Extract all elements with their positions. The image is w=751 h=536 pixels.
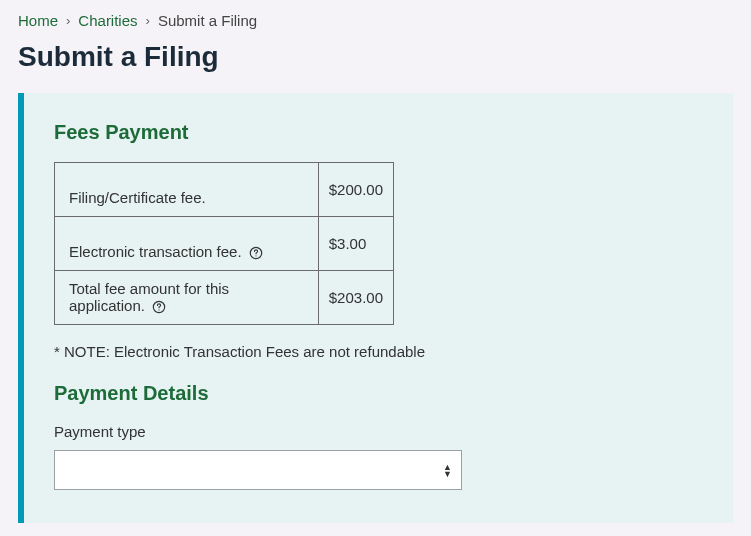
fee-amount: $200.00 (329, 181, 383, 198)
help-icon[interactable] (249, 246, 263, 260)
breadcrumb-home[interactable]: Home (18, 12, 58, 29)
payment-type-field: ▲ ▼ (54, 450, 462, 490)
fees-heading: Fees Payment (54, 121, 703, 144)
svg-point-3 (159, 309, 160, 310)
breadcrumb-current: Submit a Filing (158, 12, 257, 29)
breadcrumb: Home › Charities › Submit a Filing (18, 12, 733, 29)
payment-type-label: Payment type (54, 423, 703, 440)
fee-label: Filing/Certificate fee. (69, 189, 206, 206)
payment-type-select[interactable] (54, 450, 462, 490)
breadcrumb-charities[interactable]: Charities (78, 12, 137, 29)
filing-card: Fees Payment Filing/Certificate fee. $20… (18, 93, 733, 523)
chevron-right-icon: › (146, 13, 150, 28)
fees-table: Filing/Certificate fee. $200.00 Electron… (54, 162, 394, 325)
chevron-right-icon: › (66, 13, 70, 28)
fee-label: Total fee amount for this application. (69, 280, 229, 314)
help-icon[interactable] (152, 300, 166, 314)
svg-point-1 (255, 255, 256, 256)
fee-amount: $203.00 (329, 289, 383, 306)
payment-details-heading: Payment Details (54, 382, 703, 405)
fee-amount: $3.00 (329, 235, 367, 252)
table-row: Total fee amount for this application. $… (55, 271, 394, 325)
table-row: Filing/Certificate fee. $200.00 (55, 163, 394, 217)
page-title: Submit a Filing (18, 41, 733, 73)
table-row: Electronic transaction fee. $3.00 (55, 217, 394, 271)
fees-note: * NOTE: Electronic Transaction Fees are … (54, 343, 703, 360)
fee-label: Electronic transaction fee. (69, 243, 242, 260)
